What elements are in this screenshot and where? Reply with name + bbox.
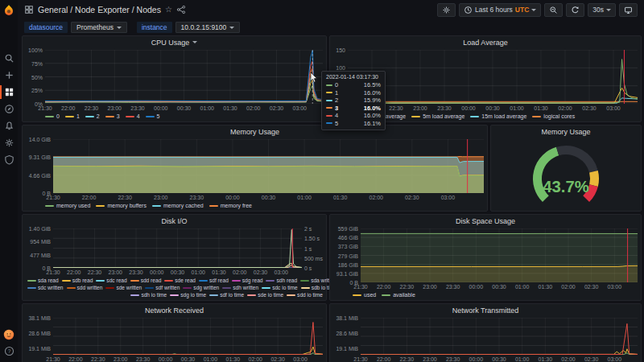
- legend-item[interactable]: sdh written: [222, 284, 258, 291]
- x-axis-tick: 23:00: [108, 269, 122, 275]
- legend-item[interactable]: sdf read: [199, 277, 229, 284]
- legend-item[interactable]: sdc read: [96, 277, 126, 284]
- legend-item[interactable]: sdh read: [266, 277, 297, 284]
- legend-item[interactable]: sdg written: [183, 284, 219, 291]
- x-axis-tick: 00:00: [469, 284, 484, 290]
- legend-label: sde read: [175, 277, 196, 284]
- panel-title-load-average[interactable]: Load Average: [330, 36, 641, 48]
- legend-item[interactable]: 3: [105, 113, 120, 120]
- plot-area[interactable]: [45, 50, 323, 104]
- legend-item[interactable]: sdd io time: [287, 291, 323, 298]
- legend-item[interactable]: used: [353, 291, 376, 298]
- dashboards-icon[interactable]: [0, 84, 18, 101]
- plot-area[interactable]: [348, 50, 638, 104]
- legend-item[interactable]: memory free: [209, 202, 252, 209]
- legend-swatch: [300, 280, 309, 282]
- legend-item[interactable]: memory used: [45, 202, 90, 209]
- legend-item[interactable]: sdd written: [67, 284, 103, 291]
- y-axis-tick-right: 2 s: [304, 226, 312, 232]
- legend-item[interactable]: sdf io time: [209, 291, 244, 298]
- legend-swatch: [145, 287, 154, 289]
- legend-item[interactable]: sdh io time: [130, 291, 167, 298]
- legend-swatch: [126, 116, 134, 117]
- chevron-down-icon: [606, 9, 611, 11]
- explore-compass-icon[interactable]: [0, 101, 18, 117]
- zoom-out-button[interactable]: [544, 3, 563, 17]
- legend-item[interactable]: sdf written: [145, 284, 180, 291]
- legend-swatch: [247, 294, 256, 296]
- server-admin-shield-icon[interactable]: [0, 151, 18, 168]
- x-axis-tick: 21:30: [38, 105, 52, 111]
- legend-item[interactable]: sde written: [105, 284, 142, 291]
- memory-usage-graph: 14.0 GiB9.31 GiB4.66 GiB0 B21:3022:0022:…: [23, 138, 487, 211]
- time-range-picker[interactable]: Last 6 hours UTC: [459, 3, 541, 17]
- legend-item[interactable]: 1: [65, 113, 80, 120]
- instance-select[interactable]: 10.0.2.15:9100: [175, 22, 241, 33]
- legend-item[interactable]: sde read: [164, 277, 196, 284]
- legend-swatch: [27, 287, 36, 289]
- alerting-bell-icon[interactable]: [0, 117, 18, 134]
- search-icon[interactable]: [0, 50, 18, 67]
- panel-title-memory-gauge[interactable]: Memory Usage: [491, 125, 641, 138]
- legend-item[interactable]: memory buffers: [96, 202, 147, 209]
- legend-label: sdf io time: [220, 291, 244, 298]
- legend-item[interactable]: 5: [146, 113, 160, 120]
- panel-title-network-received[interactable]: Network Received: [23, 304, 326, 316]
- legend-item[interactable]: sde io time: [247, 291, 283, 298]
- x-axis-tick: 23:00: [423, 284, 437, 290]
- x-axis-tick: 01:30: [539, 356, 553, 362]
- x-axis-tick: 02:30: [254, 269, 268, 275]
- user-avatar[interactable]: [0, 326, 18, 343]
- legend-item[interactable]: sdc written: [27, 284, 64, 291]
- legend-swatch: [170, 294, 179, 296]
- x-axis-tick: 01:00: [515, 284, 530, 290]
- configuration-gear-icon[interactable]: [0, 134, 18, 151]
- share-icon[interactable]: [176, 5, 186, 14]
- grafana-logo[interactable]: [0, 0, 18, 21]
- x-axis-tick: 22:00: [67, 269, 81, 275]
- dashboard-settings-button[interactable]: [437, 3, 456, 17]
- plot-area[interactable]: [53, 228, 302, 268]
- cycle-view-button[interactable]: [619, 3, 638, 17]
- legend-item[interactable]: logical cores: [532, 113, 575, 120]
- panel-title-disk-space[interactable]: Disk Space Usage: [330, 215, 641, 227]
- tooltip-series-row: 316.0%: [326, 105, 381, 113]
- panel-title-text: Network Transmitted: [452, 306, 519, 315]
- datasource-select[interactable]: Prometheus: [71, 22, 127, 33]
- x-axis-tick: 22:30: [88, 269, 102, 275]
- legend-item[interactable]: sda read: [27, 277, 59, 284]
- star-icon[interactable]: ☆: [165, 6, 172, 14]
- panel-title-cpu-usage[interactable]: CPU Usage: [23, 36, 326, 48]
- chevron-down-icon: [117, 27, 122, 29]
- plot-area[interactable]: [53, 139, 484, 193]
- panel-title-disk-io[interactable]: Disk I/O: [23, 215, 326, 227]
- legend-item[interactable]: sdb read: [62, 277, 93, 284]
- legend-item[interactable]: sdg io time: [170, 291, 206, 298]
- plot-area[interactable]: [361, 228, 638, 282]
- panel-title-memory-usage[interactable]: Memory Usage: [23, 125, 487, 138]
- legend-item[interactable]: sdc io time: [262, 284, 298, 291]
- legend-item[interactable]: memory cached: [152, 202, 204, 209]
- x-axis-tick: 23:00: [413, 105, 427, 111]
- x-axis-tick: 23:30: [446, 284, 460, 290]
- refresh-button[interactable]: [566, 3, 584, 17]
- legend-item[interactable]: 4: [126, 113, 140, 120]
- breadcrumb[interactable]: General / Node Exporter / Nodes: [38, 5, 161, 14]
- legend-swatch: [262, 287, 270, 289]
- legend-item[interactable]: 0: [45, 113, 60, 120]
- tooltip-swatch: [326, 115, 332, 117]
- legend-item[interactable]: 5m load average: [411, 113, 464, 120]
- legend-item[interactable]: 2: [85, 113, 100, 120]
- panel-title-network-transmitted[interactable]: Network Transmitted: [330, 304, 641, 316]
- create-plus-icon[interactable]: [0, 67, 18, 84]
- x-axis-tick: 01:00: [200, 105, 214, 111]
- legend-item[interactable]: sdd read: [130, 277, 162, 284]
- legend-item[interactable]: sdg read: [232, 277, 263, 284]
- refresh-interval-dropdown[interactable]: 30s: [588, 3, 616, 17]
- plot-area[interactable]: [53, 318, 323, 355]
- legend-item[interactable]: available: [382, 291, 415, 298]
- help-icon[interactable]: ?: [0, 343, 18, 360]
- legend-item[interactable]: 15m load average: [470, 113, 526, 120]
- x-axis-tick: 00:30: [262, 195, 276, 200]
- plot-area[interactable]: [361, 318, 638, 355]
